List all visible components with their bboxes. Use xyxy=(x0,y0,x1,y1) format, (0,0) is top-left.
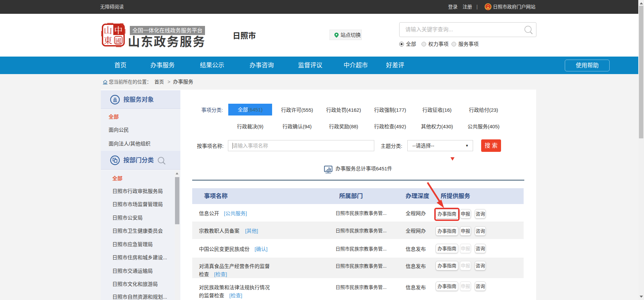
svg-text:中: 中 xyxy=(114,26,122,35)
svg-text:東: 東 xyxy=(104,36,112,45)
svg-text:山: 山 xyxy=(104,26,112,35)
svg-text:國: 國 xyxy=(115,38,121,45)
